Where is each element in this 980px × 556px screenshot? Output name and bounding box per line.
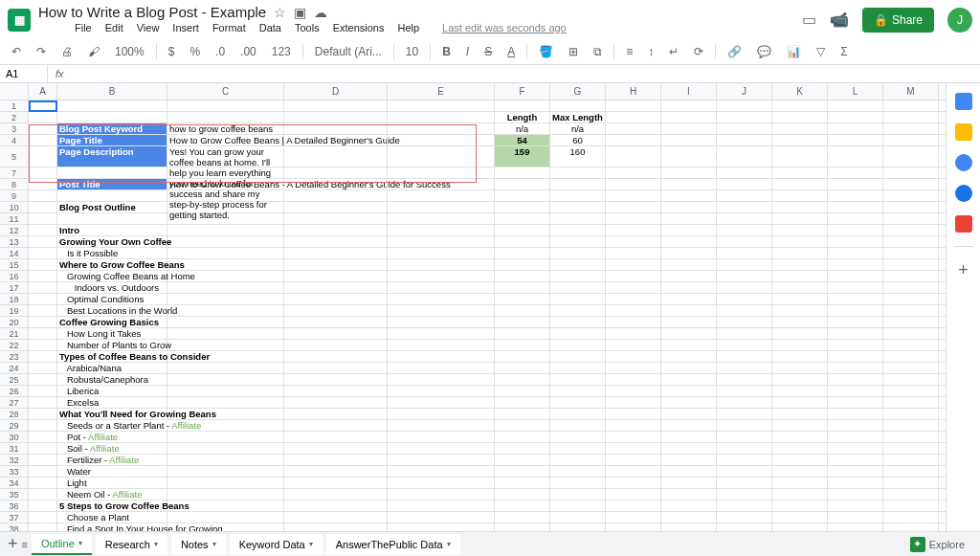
calendar-icon[interactable] (955, 93, 972, 110)
cell-H15[interactable] (606, 259, 661, 270)
star-icon[interactable]: ☆ (274, 5, 286, 20)
cell-E38[interactable] (388, 523, 495, 531)
zoom-select[interactable]: 100% (111, 43, 148, 60)
row-header[interactable]: 10 (0, 202, 29, 212)
cell-L19[interactable] (828, 305, 883, 316)
cell-J9[interactable] (717, 190, 772, 201)
cell-A3[interactable] (29, 123, 57, 134)
cell-G26[interactable] (550, 386, 606, 396)
cell-H20[interactable] (606, 317, 661, 327)
doc-title[interactable]: How to Write a Blog Post - Example (38, 4, 266, 20)
cell-J20[interactable] (717, 317, 772, 327)
cell-E17[interactable] (388, 282, 495, 293)
row-header[interactable]: 25 (0, 374, 29, 385)
cell-D11[interactable] (284, 213, 388, 224)
cell-H24[interactable] (606, 363, 661, 373)
col-header-M[interactable]: M (883, 83, 939, 100)
number-format-select[interactable]: 123 (268, 43, 295, 60)
cell-C23[interactable] (167, 351, 284, 362)
cell-F7[interactable] (495, 167, 550, 178)
row-header[interactable]: 23 (0, 351, 29, 362)
cell-A33[interactable] (29, 466, 57, 477)
cell-I18[interactable] (661, 294, 717, 304)
cell-M25[interactable] (883, 374, 939, 385)
cell-J19[interactable] (717, 305, 772, 316)
cell-D38[interactable] (284, 523, 388, 531)
cell-D13[interactable] (284, 236, 388, 247)
cell-D10[interactable] (284, 202, 388, 212)
cell-F30[interactable] (495, 432, 550, 442)
comment-icon[interactable]: 💬 (753, 43, 775, 60)
row-header[interactable]: 24 (0, 363, 29, 373)
cell-I31[interactable] (661, 443, 717, 454)
row-header[interactable]: 28 (0, 409, 29, 419)
cell-C25[interactable] (167, 374, 284, 385)
valign-icon[interactable]: ↕ (644, 43, 657, 60)
cell-E14[interactable] (388, 248, 495, 258)
cell-G25[interactable] (550, 374, 606, 385)
cell-K2[interactable] (772, 112, 828, 122)
cell-H2[interactable] (606, 112, 661, 122)
cell-E15[interactable] (388, 259, 495, 270)
col-header-B[interactable]: B (57, 83, 167, 100)
cell-H30[interactable] (606, 432, 661, 442)
cell-G4[interactable]: 60 (550, 135, 606, 145)
row-header[interactable]: 2 (0, 112, 29, 122)
cell-E11[interactable] (388, 213, 495, 224)
cell-M26[interactable] (883, 386, 939, 396)
cell-I25[interactable] (661, 374, 717, 385)
cell-M5[interactable] (883, 146, 939, 167)
cell-H7[interactable] (606, 167, 661, 178)
cell-B17[interactable]: Indoors vs. Outdoors (57, 282, 167, 293)
cell-G35[interactable] (550, 489, 606, 500)
cell-E16[interactable] (388, 271, 495, 281)
cell-B31[interactable]: Soil - Affiliate (57, 443, 167, 454)
cell-G2[interactable]: Max Length (550, 112, 606, 122)
cell-H29[interactable] (606, 420, 661, 431)
cell-H11[interactable] (606, 213, 661, 224)
cell-G31[interactable] (550, 443, 606, 454)
cell-F35[interactable] (495, 489, 550, 500)
cell-A5[interactable] (29, 146, 57, 167)
cell-I3[interactable] (661, 123, 717, 134)
chevron-down-icon[interactable]: ▾ (447, 540, 451, 548)
cell-G3[interactable]: n/a (550, 123, 606, 134)
row-header[interactable]: 4 (0, 135, 29, 145)
cell-L1[interactable] (828, 100, 883, 111)
cell-H23[interactable] (606, 351, 661, 362)
row-header[interactable]: 7 (0, 167, 29, 178)
cell-M31[interactable] (883, 443, 939, 454)
cell-L27[interactable] (828, 397, 883, 408)
cell-H31[interactable] (606, 443, 661, 454)
cell-E22[interactable] (388, 340, 495, 350)
cell-F1[interactable] (495, 100, 550, 111)
cell-B16[interactable]: Growing Coffee Beans at Home (57, 271, 167, 281)
menu-data[interactable]: Data (259, 22, 281, 33)
cell-F23[interactable] (495, 351, 550, 362)
cell-M15[interactable] (883, 259, 939, 270)
cell-B3[interactable]: Blog Post Keyword (57, 123, 167, 134)
cell-E33[interactable] (388, 466, 495, 477)
cell-B30[interactable]: Pot - Affiliate (57, 432, 167, 442)
cell-B28[interactable]: What You'll Need for Growing Beans (57, 409, 167, 419)
cell-F9[interactable] (495, 190, 550, 201)
cell-D17[interactable] (284, 282, 388, 293)
cell-F15[interactable] (495, 259, 550, 270)
cell-J35[interactable] (717, 489, 772, 500)
cell-B10[interactable]: Blog Post Outline (57, 202, 167, 212)
cell-J3[interactable] (717, 123, 772, 134)
cell-M27[interactable] (883, 397, 939, 408)
col-header-F[interactable]: F (495, 83, 550, 100)
cell-A34[interactable] (29, 478, 57, 488)
cell-D35[interactable] (284, 489, 388, 500)
cell-F34[interactable] (495, 478, 550, 488)
keep-icon[interactable] (955, 123, 972, 141)
cell-K23[interactable] (772, 351, 828, 362)
cell-B26[interactable]: Liberica (57, 386, 167, 396)
row-header[interactable]: 14 (0, 248, 29, 258)
cell-D23[interactable] (284, 351, 388, 362)
cell-B35[interactable]: Neem Oil - Affiliate (57, 489, 167, 500)
cell-A19[interactable] (29, 305, 57, 316)
cell-E30[interactable] (388, 432, 495, 442)
cell-K34[interactable] (772, 478, 828, 488)
